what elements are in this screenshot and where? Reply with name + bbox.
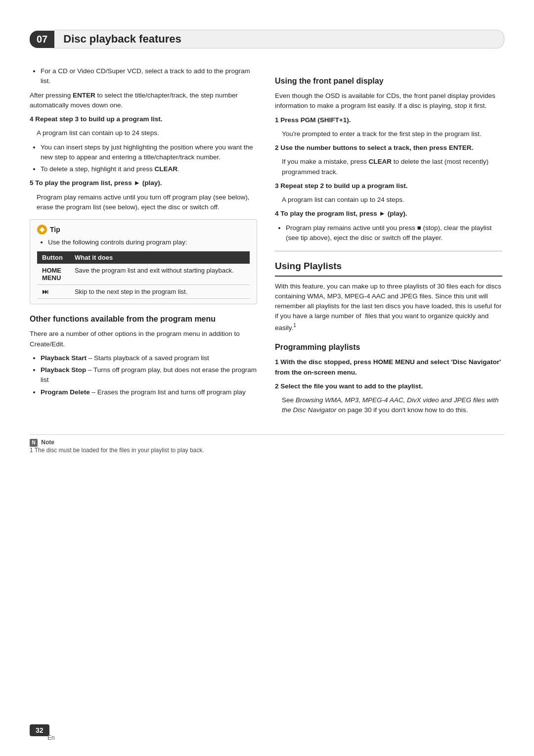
- fp-step-1-body: You're prompted to enter a track for the…: [282, 129, 502, 139]
- tip-box: ◆ Tip Use the following controls during …: [30, 219, 257, 304]
- table-row-2: ⏭ Skip to the next step in the program l…: [37, 285, 250, 299]
- fp-step-4: 4 To play the program list, press ► (pla…: [275, 209, 502, 243]
- table-row-1-button: HOMEMENU: [37, 264, 70, 285]
- front-panel-heading: Using the front panel display: [275, 75, 502, 87]
- note-icon: N: [30, 439, 38, 447]
- intro-bullets: For a CD or Video CD/Super VCD, select a…: [41, 66, 257, 87]
- chapter-number: 07: [30, 31, 54, 48]
- step-4-left-bullets: You can insert steps by just highlightin…: [41, 142, 257, 175]
- step-5-left: 5 To play the program list, press ► (pla…: [30, 178, 257, 212]
- note-label: Note: [41, 439, 54, 446]
- tip-bullets: Use the following controls during progra…: [48, 237, 250, 247]
- right-column: Using the front panel display Even thoug…: [275, 66, 502, 420]
- using-playlists-section: Using Playlists With this feature, you c…: [275, 259, 502, 332]
- pp-step-2-body: See Browsing WMA, MP3, MPEG-4 AAC, DivX …: [282, 395, 502, 416]
- front-panel-intro: Even though the OSD is available for CDs…: [275, 91, 502, 111]
- col-what-it-does: What it does: [70, 251, 250, 264]
- col-button: Button: [37, 251, 70, 264]
- programming-playlists-section: Programming playlists 1 With the disc st…: [275, 341, 502, 415]
- using-playlists-heading: Using Playlists: [275, 259, 502, 277]
- fp-step-4-title: 4 To play the program list, press ► (pla…: [275, 209, 502, 219]
- pp-step-2: 2 Select the file you want to add to the…: [275, 381, 502, 416]
- fp-step-2-title: 2 Use the number buttons to select a tra…: [275, 143, 502, 153]
- controls-table-header: Button What it does: [37, 251, 250, 264]
- fp-step-4-bullets: Program play remains active until you pr…: [286, 223, 502, 243]
- pp-step-1-title: 1 With the disc stopped, press HOME MENU…: [275, 357, 502, 378]
- fp-step-1: 1 Press PGM (SHIFT+1). You're prompted t…: [275, 115, 502, 140]
- step-4-left-title: 4 Repeat step 3 to build up a program li…: [30, 114, 257, 124]
- controls-table: Button What it does HOMEMENU Save the pr…: [37, 251, 250, 299]
- fp-step-1-title: 1 Press PGM (SHIFT+1).: [275, 115, 502, 125]
- step-4-bullet-2: To delete a step, highlight it and press…: [41, 164, 257, 174]
- fp-step-4-bullet-1: Program play remains active until you pr…: [286, 223, 502, 243]
- table-row-1-desc: Save the program list and exit without s…: [70, 264, 250, 285]
- chapter-title: Disc playback features: [54, 30, 504, 48]
- after-enter-text: After pressing ENTER to select the title…: [30, 91, 257, 111]
- other-functions-section: Other functions available from the progr…: [30, 313, 257, 397]
- fp-step-3-title: 3 Repeat step 2 to build up a program li…: [275, 181, 502, 191]
- programming-playlists-heading: Programming playlists: [275, 341, 502, 353]
- tip-title: ◆ Tip: [37, 225, 250, 235]
- main-content: For a CD or Video CD/Super VCD, select a…: [30, 66, 504, 420]
- note-item-1: 1 The disc must be loaded for the files …: [30, 447, 204, 454]
- other-func-bullet-2: Playback Stop – Turns off program play, …: [41, 365, 257, 385]
- table-row-2-desc: Skip to the next step in the program lis…: [70, 285, 250, 299]
- front-panel-section: Using the front panel display Even thoug…: [275, 75, 502, 243]
- step-4-left-body: A program list can contain up to 24 step…: [37, 128, 257, 138]
- fp-step-3: 3 Repeat step 2 to build up a program li…: [275, 181, 502, 205]
- other-func-bullet-3: Program Delete – Erases the program list…: [41, 387, 257, 397]
- step-4-bullet-1: You can insert steps by just highlightin…: [41, 142, 257, 163]
- using-playlists-intro: With this feature, you can make up to th…: [275, 282, 502, 333]
- table-row-1: HOMEMENU Save the program list and exit …: [37, 264, 250, 285]
- chapter-header: 07 Disc playback features: [30, 30, 504, 48]
- intro-bullet-1: For a CD or Video CD/Super VCD, select a…: [41, 66, 257, 87]
- fp-step-3-body: A program list can contain up to 24 step…: [282, 195, 502, 205]
- tip-icon: ◆: [37, 225, 47, 235]
- step-5-left-title: 5 To play the program list, press ► (pla…: [30, 178, 257, 188]
- controls-table-body: HOMEMENU Save the program list and exit …: [37, 264, 250, 299]
- other-functions-bullets: Playback Start – Starts playback of a sa…: [41, 353, 257, 397]
- step-4-left: 4 Repeat step 3 to build up a program li…: [30, 114, 257, 174]
- other-functions-heading: Other functions available from the progr…: [30, 313, 257, 325]
- page-language: En: [47, 734, 55, 741]
- pp-step-2-title: 2 Select the file you want to add to the…: [275, 381, 502, 391]
- fp-step-2: 2 Use the number buttons to select a tra…: [275, 143, 502, 177]
- step-5-left-body: Program play remains active until you tu…: [37, 192, 257, 213]
- fp-step-2-body: If you make a mistake, press CLEAR to de…: [282, 157, 502, 177]
- pp-step-1: 1 With the disc stopped, press HOME MENU…: [275, 357, 502, 378]
- other-func-bullet-1: Playback Start – Starts playback of a sa…: [41, 353, 257, 363]
- left-column: For a CD or Video CD/Super VCD, select a…: [30, 66, 257, 420]
- section-divider: [275, 251, 502, 251]
- note-box: N Note 1 The disc must be loaded for the…: [30, 434, 504, 454]
- tip-bullet-1: Use the following controls during progra…: [48, 237, 250, 247]
- table-row-2-button: ⏭: [37, 285, 70, 299]
- other-functions-intro: There are a number of other options in t…: [30, 329, 257, 349]
- page-number: 32: [30, 724, 49, 736]
